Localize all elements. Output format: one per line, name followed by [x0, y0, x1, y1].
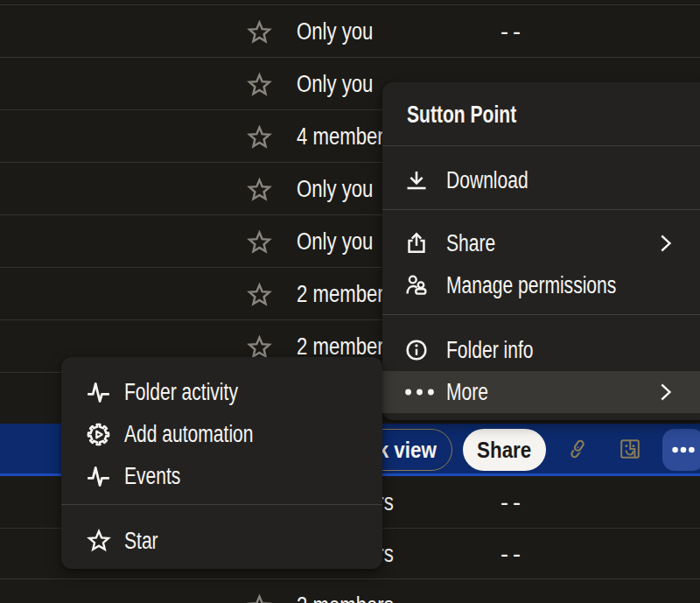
- context-menu-header: Sutton Point: [382, 82, 700, 145]
- menu-item-manage-permissions[interactable]: Manage permissions: [382, 264, 700, 306]
- pulse-icon: [86, 381, 109, 404]
- chevron-right-icon: [660, 383, 672, 401]
- menu-item-download[interactable]: Download: [382, 159, 700, 201]
- pulse-icon: [86, 465, 109, 488]
- row-modified: --: [500, 540, 525, 567]
- context-menu-title: Sutton Point: [407, 102, 516, 127]
- file-row[interactable]: 2 members: [0, 578, 700, 603]
- menu-item-events[interactable]: Events: [61, 455, 382, 497]
- row-access: Only you: [297, 228, 390, 255]
- star-icon[interactable]: [246, 282, 273, 309]
- row-access: Only you: [297, 18, 390, 45]
- people-icon: [405, 274, 429, 298]
- row-more-button[interactable]: [662, 429, 700, 471]
- menu-item-add-automation[interactable]: Add automation: [61, 413, 382, 455]
- menu-item-more[interactable]: More: [382, 371, 700, 413]
- chevron-right-icon: [660, 235, 672, 252]
- menu-item-star[interactable]: Star: [61, 520, 382, 562]
- more-submenu: Folder activity Add automation Events St…: [61, 357, 382, 569]
- ellipsis-icon: [672, 438, 695, 461]
- share-icon: [405, 232, 429, 256]
- star-icon[interactable]: [246, 72, 273, 99]
- menu-item-folder-info[interactable]: Folder info: [382, 329, 700, 371]
- row-modified: --: [500, 18, 525, 45]
- star-icon[interactable]: [246, 229, 273, 256]
- share-label: Share: [477, 437, 531, 464]
- row-access: 2 members: [297, 592, 415, 603]
- folder-context-menu: Sutton Point Download Share Manage permi…: [382, 82, 700, 420]
- star-icon: [86, 529, 109, 553]
- gear-play-icon: [86, 423, 109, 446]
- row-access: Only you: [297, 175, 390, 202]
- star-icon[interactable]: [246, 124, 273, 151]
- face-square-icon[interactable]: [620, 438, 640, 459]
- info-icon: [405, 339, 429, 362]
- star-icon[interactable]: [246, 593, 273, 603]
- menu-item-folder-activity[interactable]: Folder activity: [61, 371, 382, 413]
- star-icon[interactable]: [246, 177, 273, 204]
- row-modified: --: [500, 489, 525, 516]
- file-row[interactable]: Only you --: [0, 4, 700, 57]
- menu-item-share[interactable]: Share: [382, 222, 700, 264]
- download-icon: [405, 169, 429, 193]
- star-icon[interactable]: [246, 19, 273, 46]
- copy-link-icon[interactable]: [567, 438, 588, 459]
- share-button[interactable]: Share: [463, 429, 546, 471]
- ellipsis-icon: [405, 381, 429, 404]
- row-access: Only you: [297, 70, 390, 97]
